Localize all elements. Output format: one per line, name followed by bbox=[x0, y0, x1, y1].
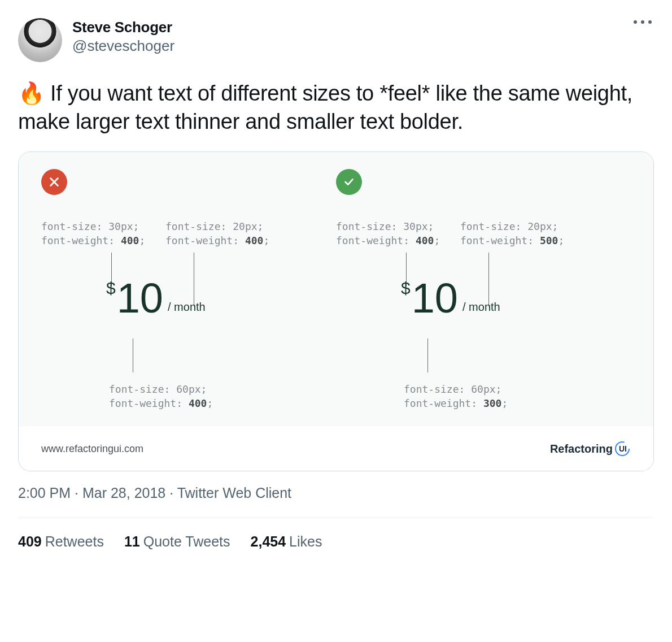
annotation-month-good: font-size: 20px; font-weight: 500; bbox=[460, 220, 564, 248]
tweet-source[interactable]: Twitter Web Client bbox=[177, 485, 291, 501]
tweet-header: Steve Schoger @steveschoger bbox=[18, 18, 654, 62]
tweet-meta: 2:00 PM · Mar 28, 2018 · Twitter Web Cli… bbox=[18, 485, 654, 501]
tweet-stats: 409Retweets 11Quote Tweets 2,454Likes bbox=[18, 533, 654, 567]
author-handle: @steveschoger bbox=[72, 37, 174, 55]
tweet-text: 🔥 If you want text of different sizes to… bbox=[18, 79, 654, 136]
tweet-date[interactable]: Mar 28, 2018 bbox=[82, 485, 165, 501]
brand-logo: Refactoring UI bbox=[550, 440, 631, 457]
example-good: font-size: 30px; font-weight: 400; font-… bbox=[336, 169, 631, 418]
card-body: font-size: 30px; font-weight: 400; font-… bbox=[19, 152, 653, 427]
x-icon bbox=[41, 169, 67, 195]
avatar[interactable] bbox=[18, 18, 62, 62]
author-name: Steve Schoger bbox=[72, 18, 174, 37]
example-bad: font-size: 30px; font-weight: 400; font-… bbox=[41, 169, 336, 418]
price-display-good: $ 10 / month bbox=[401, 277, 500, 319]
indicator-line bbox=[133, 339, 133, 372]
tweet-time[interactable]: 2:00 PM bbox=[18, 485, 71, 501]
annotation-month-bad: font-size: 20px; font-weight: 400; bbox=[165, 220, 269, 248]
fire-icon: 🔥 bbox=[18, 81, 45, 105]
price-display-bad: $ 10 / month bbox=[106, 277, 206, 319]
check-icon bbox=[336, 169, 362, 195]
annotation-amount-good: font-size: 60px; font-weight: 300; bbox=[404, 383, 508, 410]
annotation-dollar-bad: font-size: 30px; font-weight: 400; bbox=[41, 220, 145, 248]
annotation-dollar-good: font-size: 30px; font-weight: 400; bbox=[336, 220, 440, 248]
more-options-icon bbox=[634, 20, 637, 24]
card-footer: www.refactoringui.com Refactoring UI bbox=[19, 427, 653, 471]
embedded-image-card[interactable]: font-size: 30px; font-weight: 400; font-… bbox=[18, 151, 654, 471]
quotes-stat[interactable]: 11Quote Tweets bbox=[124, 533, 230, 550]
tweet-card: Steve Schoger @steveschoger 🔥 If you wan… bbox=[0, 0, 672, 642]
more-options-button[interactable] bbox=[634, 20, 652, 24]
footer-url: www.refactoringui.com bbox=[41, 443, 143, 455]
indicator-line bbox=[427, 339, 428, 372]
author-block[interactable]: Steve Schoger @steveschoger bbox=[72, 18, 174, 55]
likes-stat[interactable]: 2,454Likes bbox=[251, 533, 322, 550]
retweets-stat[interactable]: 409Retweets bbox=[18, 533, 104, 550]
annotation-amount-bad: font-size: 60px; font-weight: 400; bbox=[109, 383, 213, 410]
divider bbox=[18, 517, 654, 518]
